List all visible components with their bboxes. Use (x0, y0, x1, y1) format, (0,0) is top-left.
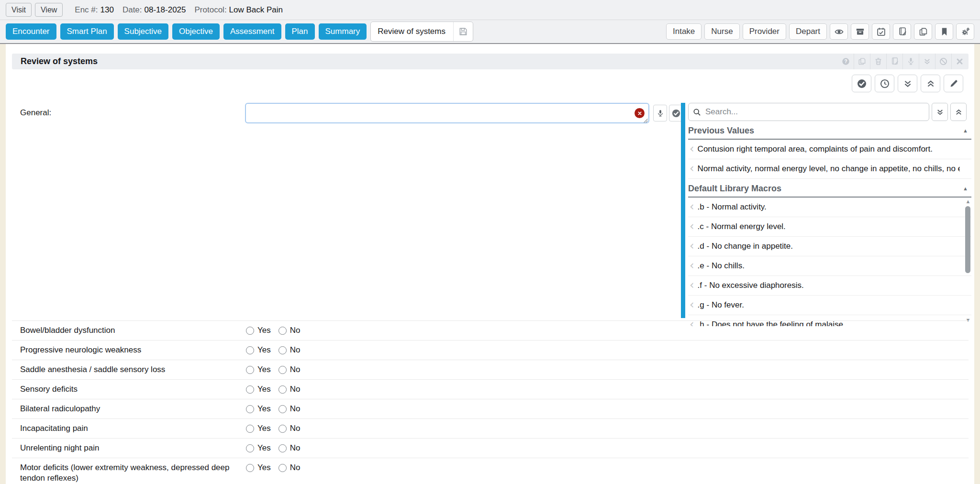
macro-item[interactable]: ‹ .c - Normal energy level. (688, 217, 971, 237)
collapse-all-button[interactable] (921, 75, 940, 92)
insert-left-chevron-icon[interactable]: ‹ (690, 260, 694, 271)
encounter-number: Enc #:130 (75, 5, 114, 15)
macro-scrollbar[interactable]: ▲ ▼ (965, 199, 971, 324)
no-option[interactable]: No (278, 443, 301, 453)
macro-item[interactable]: ‹ .g - No fever. (688, 296, 971, 315)
trash-icon[interactable] (870, 54, 886, 69)
yes-option[interactable]: Yes (246, 463, 271, 473)
tab-assessment[interactable]: Assessment (223, 23, 281, 40)
save-icon[interactable] (453, 22, 473, 41)
insert-left-chevron-icon[interactable]: ‹ (690, 240, 694, 252)
yes-radio[interactable] (246, 327, 254, 335)
microphone-icon[interactable] (902, 54, 919, 69)
yes-option[interactable]: Yes (246, 424, 271, 433)
no-option[interactable]: No (278, 326, 301, 335)
double-chevron-down-icon[interactable] (919, 54, 935, 69)
macro-item[interactable]: ‹ .d - No change in appetite. (688, 237, 971, 256)
collapse-triangle-icon[interactable]: ▲ (963, 128, 968, 133)
ban-icon[interactable] (935, 54, 951, 69)
yes-radio[interactable] (246, 464, 254, 472)
no-radio[interactable] (278, 425, 287, 433)
no-option[interactable]: No (278, 345, 301, 355)
insert-left-chevron-icon[interactable]: ‹ (690, 163, 694, 174)
no-radio[interactable] (278, 464, 287, 472)
collapse-triangle-icon[interactable]: ▲ (963, 186, 968, 191)
no-option[interactable]: No (278, 365, 301, 374)
yes-option[interactable]: Yes (246, 326, 271, 335)
no-option[interactable]: No (278, 463, 301, 473)
close-icon[interactable] (951, 54, 968, 69)
calendar-check-icon[interactable] (872, 23, 890, 40)
tab-plan[interactable]: Plan (285, 23, 315, 40)
insert-left-chevron-icon[interactable]: ‹ (690, 279, 694, 291)
no-option[interactable]: No (278, 385, 301, 394)
insert-left-chevron-icon[interactable]: ‹ (690, 201, 694, 212)
search-box[interactable] (688, 103, 929, 121)
yes-radio[interactable] (246, 346, 254, 354)
expand-all-button[interactable] (898, 75, 917, 92)
yes-radio[interactable] (246, 366, 254, 374)
general-input[interactable] (245, 103, 649, 123)
previous-value-item[interactable]: ‹ Contusion right temporal area, complai… (688, 140, 971, 159)
no-radio[interactable] (278, 366, 287, 374)
copy-icon[interactable] (854, 54, 870, 69)
collapse-sections-button[interactable] (950, 103, 967, 121)
no-option[interactable]: No (278, 404, 301, 414)
tab-objective[interactable]: Objective (172, 23, 220, 40)
yes-option[interactable]: Yes (246, 443, 271, 453)
macro-text: .b - Normal activity. (698, 202, 767, 212)
tab-subjective[interactable]: Subjective (118, 23, 168, 40)
previous-value-item[interactable]: ‹ Normal activity, normal energy level, … (688, 159, 971, 179)
yes-radio[interactable] (246, 425, 254, 433)
depart-button[interactable]: Depart (789, 23, 827, 40)
yes-radio[interactable] (246, 385, 254, 394)
yes-option[interactable]: Yes (246, 345, 271, 355)
view-button[interactable]: View (35, 3, 63, 17)
yes-option[interactable]: Yes (246, 385, 271, 394)
resize-handle[interactable] (643, 117, 648, 122)
search-input[interactable] (704, 107, 929, 117)
scrollbar-thumb[interactable] (965, 206, 970, 273)
yes-option[interactable]: Yes (246, 365, 271, 374)
microphone-button[interactable] (653, 105, 667, 121)
macro-item[interactable]: ‹ .f - No excessive diaphoresis. (688, 276, 971, 296)
tab-smart-plan[interactable]: Smart Plan (60, 23, 114, 40)
macro-item[interactable]: ‹ .b - Normal activity. (688, 198, 971, 217)
no-radio[interactable] (278, 346, 287, 354)
insert-left-chevron-icon[interactable]: ‹ (690, 143, 694, 154)
nurse-button[interactable]: Nurse (704, 23, 739, 40)
yes-radio[interactable] (246, 405, 254, 413)
no-radio[interactable] (278, 405, 287, 413)
book-icon[interactable] (886, 54, 902, 69)
panel-header-icons (837, 54, 968, 69)
check-circle-button[interactable] (852, 75, 871, 92)
yes-option[interactable]: Yes (246, 404, 271, 414)
provider-button[interactable]: Provider (743, 23, 786, 40)
no-radio[interactable] (278, 385, 287, 394)
copy-icon[interactable] (914, 23, 932, 40)
macro-item[interactable]: ‹ .e - No chills. (688, 256, 971, 276)
question-row: Motor deficits (lower extremity weakness… (12, 458, 969, 484)
tab-summary[interactable]: Summary (319, 23, 367, 40)
clock-button[interactable] (875, 75, 894, 92)
intake-button[interactable]: Intake (666, 23, 702, 40)
edit-pencil-button[interactable] (944, 75, 963, 92)
bookmark-icon[interactable] (935, 23, 953, 40)
visit-button[interactable]: Visit (6, 3, 32, 17)
book-icon[interactable] (893, 23, 911, 40)
scroll-up-icon[interactable]: ▲ (965, 199, 971, 204)
yes-radio[interactable] (246, 444, 254, 452)
eye-icon[interactable] (830, 23, 848, 40)
settings-gears-icon[interactable] (956, 23, 974, 40)
no-radio[interactable] (278, 327, 287, 335)
no-radio[interactable] (278, 444, 287, 452)
insert-left-chevron-icon[interactable]: ‹ (690, 220, 694, 232)
tab-review-of-systems-active[interactable]: Review of systems (370, 22, 473, 42)
expand-sections-button[interactable] (932, 103, 948, 121)
tab-encounter[interactable]: Encounter (6, 23, 56, 40)
no-option[interactable]: No (278, 424, 301, 433)
archive-icon[interactable] (851, 23, 869, 40)
insert-left-chevron-icon[interactable]: ‹ (690, 299, 694, 310)
previous-value-text: Contusion right temporal area, complaint… (698, 144, 933, 154)
help-circle-icon[interactable] (837, 54, 854, 69)
